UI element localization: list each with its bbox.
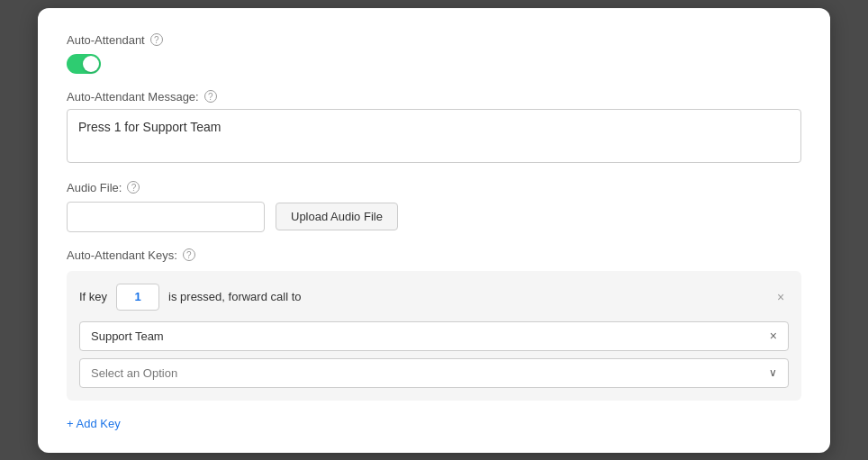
remove-support-team-icon[interactable]: ×: [770, 329, 777, 342]
remove-key-icon[interactable]: ×: [773, 289, 789, 305]
support-team-row: Support Team ×: [79, 321, 789, 351]
key-rule-row: If key is pressed, forward call to ×: [79, 284, 789, 311]
audio-section: Audio File: ? Upload Audio File: [67, 181, 801, 232]
auto-attendant-help-icon[interactable]: ?: [150, 33, 163, 46]
support-team-label: Support Team: [91, 329, 164, 343]
upload-audio-button[interactable]: Upload Audio File: [276, 203, 398, 230]
if-key-prefix: If key: [79, 290, 107, 303]
keys-help-icon[interactable]: ?: [183, 248, 195, 261]
audio-file-input[interactable]: [67, 202, 265, 232]
message-textarea[interactable]: Press 1 for Support Team: [67, 109, 801, 163]
add-key-link[interactable]: + Add Key: [67, 417, 121, 430]
key-number-input[interactable]: [116, 284, 159, 311]
message-label: Auto-Attendant Message:: [67, 90, 199, 104]
audio-label: Audio File:: [67, 181, 122, 194]
message-section: Auto-Attendant Message: ? Press 1 for Su…: [67, 90, 801, 167]
keys-container: If key is pressed, forward call to × Sup…: [67, 271, 801, 401]
keys-section: Auto-Attendant Keys: ? If key is pressed…: [67, 248, 801, 401]
select-option-label: Select an Option: [91, 366, 177, 380]
select-option-dropdown[interactable]: Select an Option ∨: [79, 358, 789, 388]
audio-help-icon[interactable]: ?: [127, 181, 140, 194]
is-pressed-suffix: is pressed, forward call to: [168, 290, 301, 303]
auto-attendant-toggle[interactable]: [67, 54, 101, 74]
message-help-icon[interactable]: ?: [204, 90, 217, 103]
main-card: Auto-Attendant ? Auto-Attendant Message:…: [38, 8, 830, 453]
keys-label: Auto-Attendant Keys:: [67, 248, 177, 262]
chevron-down-icon: ∨: [769, 366, 777, 379]
auto-attendant-label: Auto-Attendant: [67, 33, 145, 47]
